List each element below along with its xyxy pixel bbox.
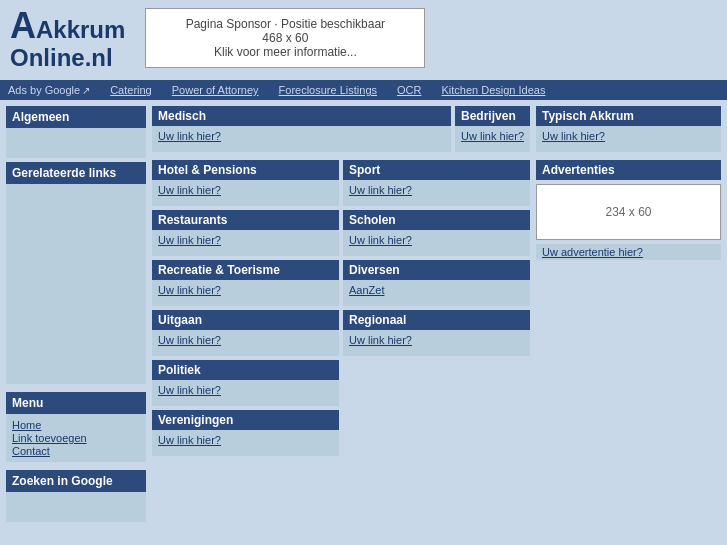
logo-line2: Online.nl — [10, 44, 125, 72]
medisch-block: Medisch Uw link hier? — [152, 106, 451, 152]
regionaal-block: Regionaal Uw link hier? — [343, 310, 530, 356]
politiek-block: Politiek Uw link hier? — [152, 360, 339, 406]
scholen-body: Uw link hier? — [343, 230, 530, 256]
scholen-block: Scholen Uw link hier? — [343, 210, 530, 256]
typisch-body: Uw link hier? — [536, 126, 721, 152]
typisch-header: Typisch Akkrum — [536, 106, 721, 126]
right-sidebar: Typisch Akkrum Uw link hier? Advertentie… — [536, 106, 721, 522]
nav-foreclosure[interactable]: Foreclosure Listings — [279, 84, 377, 96]
restaurants-body: Uw link hier? — [152, 230, 339, 256]
sidebar-menu-header: Menu — [6, 392, 146, 414]
sponsor-line1: Pagina Sponsor · Positie beschikbaar — [166, 17, 404, 31]
hotel-body: Uw link hier? — [152, 180, 339, 206]
sport-block: Sport Uw link hier? — [343, 160, 530, 206]
typisch-block: Typisch Akkrum Uw link hier? — [536, 106, 721, 152]
menu-contact[interactable]: Contact — [12, 445, 140, 457]
advertenties-section: Advertenties 234 x 60 Uw advertentie hie… — [536, 156, 721, 260]
bedrijven-block: Bedrijven Uw link hier? — [455, 106, 530, 152]
medisch-body: Uw link hier? — [152, 126, 451, 152]
politiek-header: Politiek — [152, 360, 339, 380]
advertenties-header: Advertenties — [536, 160, 721, 180]
verenigingen-block: Verenigingen Uw link hier? — [152, 410, 339, 456]
nav-links: Catering Power of Attorney Foreclosure L… — [110, 84, 545, 96]
regionaal-body: Uw link hier? — [343, 330, 530, 356]
ads-by-google: Ads by Google ↗ — [8, 84, 90, 96]
bedrijven-link[interactable]: Uw link hier? — [461, 130, 524, 142]
ad-box[interactable]: 234 x 60 — [536, 184, 721, 240]
uitgaan-header: Uitgaan — [152, 310, 339, 330]
hotel-block: Hotel & Pensions Uw link hier? — [152, 160, 339, 206]
nav-bar: Ads by Google ↗ Catering Power of Attorn… — [0, 80, 727, 100]
verenigingen-header: Verenigingen — [152, 410, 339, 430]
nav-ocr[interactable]: OCR — [397, 84, 421, 96]
uitgaan-block: Uitgaan Uw link hier? — [152, 310, 339, 356]
top-row: Medisch Uw link hier? Bedrijven Uw link … — [152, 106, 530, 152]
sidebar-zoeken-header: Zoeken in Google — [6, 470, 146, 492]
politiek-body: Uw link hier? — [152, 380, 339, 406]
sidebar-algemeen-header: Algemeen — [6, 106, 146, 128]
bedrijven-header: Bedrijven — [455, 106, 530, 126]
sport-header: Sport — [343, 160, 530, 180]
restaurants-link[interactable]: Uw link hier? — [158, 234, 221, 246]
regionaal-link[interactable]: Uw link hier? — [349, 334, 412, 346]
uitgaan-link[interactable]: Uw link hier? — [158, 334, 221, 346]
logo-line1: AAkkrum — [10, 8, 125, 44]
recreatie-header: Recreatie & Toerisme — [152, 260, 339, 280]
sponsor-box[interactable]: Pagina Sponsor · Positie beschikbaar 468… — [145, 8, 425, 68]
sidebar-algemeen-body — [6, 128, 146, 158]
center-grid: Hotel & Pensions Uw link hier? Restauran… — [152, 160, 530, 456]
sidebar-gerelateerde: Gerelateerde links — [6, 162, 146, 384]
typisch-link[interactable]: Uw link hier? — [542, 130, 605, 142]
sport-body: Uw link hier? — [343, 180, 530, 206]
sidebar-zoeken-body — [6, 492, 146, 522]
bedrijven-body: Uw link hier? — [455, 126, 530, 152]
medisch-link[interactable]: Uw link hier? — [158, 130, 221, 142]
medisch-header: Medisch — [152, 106, 451, 126]
sponsor-line2: 468 x 60 — [166, 31, 404, 45]
menu-link-toevoegen[interactable]: Link toevoegen — [12, 432, 140, 444]
sidebar-algemeen: Algemeen — [6, 106, 146, 158]
external-icon: ↗ — [82, 85, 90, 96]
regionaal-header: Regionaal — [343, 310, 530, 330]
diversen-block: Diversen AanZet — [343, 260, 530, 306]
main-layout: Algemeen Gerelateerde links Menu Home Li… — [0, 100, 727, 528]
recreatie-body: Uw link hier? — [152, 280, 339, 306]
nav-power-of-attorney[interactable]: Power of Attorney — [172, 84, 259, 96]
diversen-body: AanZet — [343, 280, 530, 306]
nav-kitchen[interactable]: Kitchen Design Ideas — [441, 84, 545, 96]
restaurants-block: Restaurants Uw link hier? — [152, 210, 339, 256]
hotel-link[interactable]: Uw link hier? — [158, 184, 221, 196]
recreatie-block: Recreatie & Toerisme Uw link hier? — [152, 260, 339, 306]
col1: Hotel & Pensions Uw link hier? Restauran… — [152, 160, 339, 456]
uitgaan-body: Uw link hier? — [152, 330, 339, 356]
center-content: Medisch Uw link hier? Bedrijven Uw link … — [152, 106, 530, 522]
politiek-link[interactable]: Uw link hier? — [158, 384, 221, 396]
logo: AAkkrum Online.nl — [10, 8, 125, 72]
verenigingen-body: Uw link hier? — [152, 430, 339, 456]
sidebar: Algemeen Gerelateerde links Menu Home Li… — [6, 106, 146, 522]
ad-link[interactable]: Uw advertentie hier? — [536, 244, 721, 260]
recreatie-link[interactable]: Uw link hier? — [158, 284, 221, 296]
scholen-link[interactable]: Uw link hier? — [349, 234, 412, 246]
col2: Sport Uw link hier? Scholen Uw link hier… — [343, 160, 530, 456]
sidebar-gerelateerde-body — [6, 184, 146, 384]
hotel-header: Hotel & Pensions — [152, 160, 339, 180]
sidebar-zoeken: Zoeken in Google — [6, 470, 146, 522]
sidebar-menu-body: Home Link toevoegen Contact — [6, 414, 146, 462]
diversen-link[interactable]: AanZet — [349, 284, 384, 296]
sponsor-line3: Klik voor meer informatie... — [166, 45, 404, 59]
verenigingen-link[interactable]: Uw link hier? — [158, 434, 221, 446]
scholen-header: Scholen — [343, 210, 530, 230]
restaurants-header: Restaurants — [152, 210, 339, 230]
diversen-header: Diversen — [343, 260, 530, 280]
sidebar-gerelateerde-header: Gerelateerde links — [6, 162, 146, 184]
menu-home[interactable]: Home — [12, 419, 140, 431]
sidebar-menu: Menu Home Link toevoegen Contact — [6, 392, 146, 462]
nav-catering[interactable]: Catering — [110, 84, 152, 96]
sport-link[interactable]: Uw link hier? — [349, 184, 412, 196]
